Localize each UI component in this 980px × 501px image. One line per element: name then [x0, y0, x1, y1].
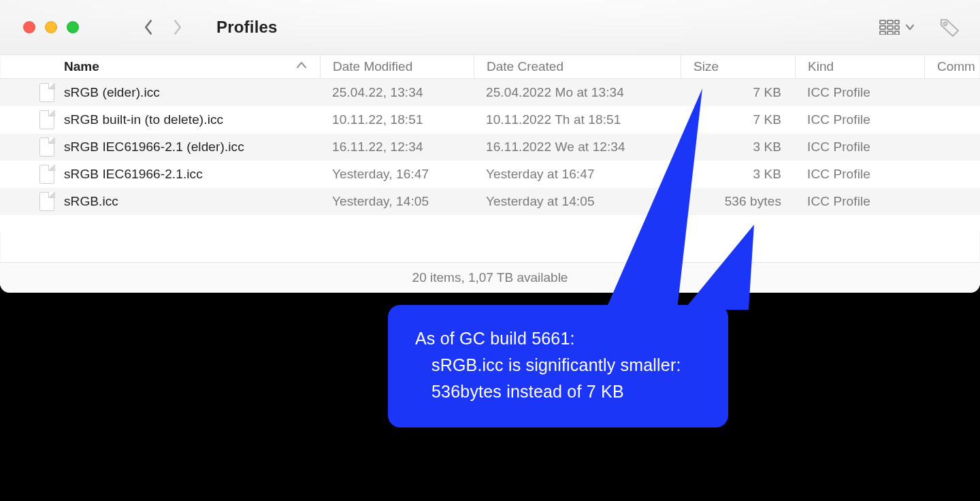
- file-date-created: Yesterday at 16:47: [474, 167, 681, 182]
- zoom-window-button[interactable]: [67, 21, 79, 33]
- svg-rect-6: [895, 20, 899, 24]
- column-date-modified[interactable]: Date Modified: [320, 55, 474, 78]
- window-title: Profiles: [216, 18, 278, 37]
- column-comments-label: Comm: [937, 59, 975, 74]
- minimize-window-button[interactable]: [45, 21, 57, 33]
- annotation-box: As of GC build 5661: sRGB.icc is signifi…: [388, 305, 728, 427]
- svg-rect-0: [880, 20, 885, 24]
- file-kind: ICC Profile: [795, 194, 924, 209]
- column-name[interactable]: Name: [0, 55, 320, 78]
- file-kind: ICC Profile: [795, 167, 924, 182]
- file-name: sRGB built-in (to delete).icc: [64, 112, 223, 127]
- column-size[interactable]: Size: [681, 55, 795, 78]
- file-kind: ICC Profile: [795, 85, 924, 100]
- annotation-line-3: 536bytes instead of 7 KB: [415, 378, 710, 405]
- svg-rect-8: [895, 31, 899, 35]
- table-row-empty: [0, 215, 980, 231]
- annotation: As of GC build 5661: sRGB.icc is signifi…: [388, 305, 728, 427]
- close-window-button[interactable]: [23, 21, 35, 33]
- file-name: sRGB IEC61966-2.1.icc: [64, 167, 203, 182]
- finder-window: Profiles: [0, 0, 980, 293]
- svg-rect-4: [887, 26, 893, 29]
- column-comments[interactable]: Comm: [924, 55, 980, 78]
- column-kind-label: Kind: [808, 59, 834, 74]
- annotation-line-2: sRGB.icc is significantly smaller:: [415, 352, 710, 378]
- column-created-label: Date Created: [487, 59, 564, 74]
- chevron-down-icon: [905, 22, 915, 32]
- window-controls: [23, 21, 79, 33]
- grid-icon: [879, 20, 900, 35]
- file-size: 7 KB: [681, 112, 795, 127]
- view-options-button[interactable]: [879, 20, 915, 35]
- file-size: 3 KB: [681, 140, 795, 155]
- file-size: 3 KB: [681, 167, 795, 182]
- column-modified-label: Date Modified: [333, 59, 412, 74]
- svg-rect-2: [880, 31, 885, 35]
- nav-buttons: [140, 19, 185, 35]
- file-icon: [39, 110, 54, 129]
- back-button[interactable]: [140, 19, 157, 35]
- file-name: sRGB (elder).icc: [64, 85, 160, 100]
- table-row[interactable]: sRGB.icc Yesterday, 14:05 Yesterday at 1…: [0, 188, 980, 215]
- svg-rect-3: [887, 20, 893, 24]
- file-date-modified: 25.04.22, 13:34: [320, 85, 474, 100]
- sort-ascending-icon: [295, 59, 308, 75]
- file-date-created: 10.11.2022 Th at 18:51: [474, 112, 681, 127]
- column-date-created[interactable]: Date Created: [474, 55, 681, 78]
- file-kind: ICC Profile: [795, 140, 924, 155]
- forward-button[interactable]: [169, 19, 185, 35]
- column-kind[interactable]: Kind: [795, 55, 924, 78]
- file-size: 536 bytes: [681, 194, 795, 209]
- file-date-created: Yesterday at 14:05: [474, 194, 681, 209]
- file-icon: [39, 83, 54, 102]
- file-list: sRGB (elder).icc 25.04.22, 13:34 25.04.2…: [0, 79, 980, 262]
- annotation-line-1: As of GC build 5661:: [415, 325, 710, 352]
- file-size: 7 KB: [681, 85, 795, 100]
- toolbar-right: [879, 17, 961, 37]
- file-kind: ICC Profile: [795, 112, 924, 127]
- table-row[interactable]: sRGB (elder).icc 25.04.22, 13:34 25.04.2…: [0, 79, 980, 106]
- file-name: sRGB IEC61966-2.1 (elder).icc: [64, 140, 244, 155]
- file-icon: [39, 165, 54, 184]
- table-row[interactable]: sRGB IEC61966-2.1.icc Yesterday, 16:47 Y…: [0, 161, 980, 188]
- file-date-modified: 10.11.22, 18:51: [320, 112, 474, 127]
- file-date-modified: Yesterday, 14:05: [320, 194, 474, 209]
- column-name-label: Name: [64, 59, 99, 74]
- file-name: sRGB.icc: [64, 194, 118, 209]
- file-icon: [39, 192, 54, 211]
- status-text: 20 items, 1,07 TB available: [412, 270, 568, 285]
- file-icon: [39, 138, 54, 157]
- column-size-label: Size: [693, 59, 719, 74]
- table-row[interactable]: sRGB built-in (to delete).icc 10.11.22, …: [0, 106, 980, 133]
- column-headers: Name Date Modified Date Created Size Kin…: [0, 55, 980, 79]
- svg-rect-5: [887, 31, 893, 35]
- file-date-created: 25.04.2022 Mo at 13:34: [474, 85, 681, 100]
- svg-rect-1: [880, 26, 885, 29]
- toolbar: Profiles: [0, 0, 980, 55]
- table-row[interactable]: sRGB IEC61966-2.1 (elder).icc 16.11.22, …: [0, 133, 980, 161]
- file-date-created: 16.11.2022 We at 12:34: [474, 140, 681, 155]
- svg-rect-7: [895, 26, 899, 29]
- file-date-modified: Yesterday, 16:47: [320, 167, 474, 182]
- file-date-modified: 16.11.22, 12:34: [320, 140, 474, 155]
- status-bar: 20 items, 1,07 TB available: [0, 262, 980, 293]
- tags-button[interactable]: [939, 17, 961, 37]
- svg-point-9: [944, 22, 947, 26]
